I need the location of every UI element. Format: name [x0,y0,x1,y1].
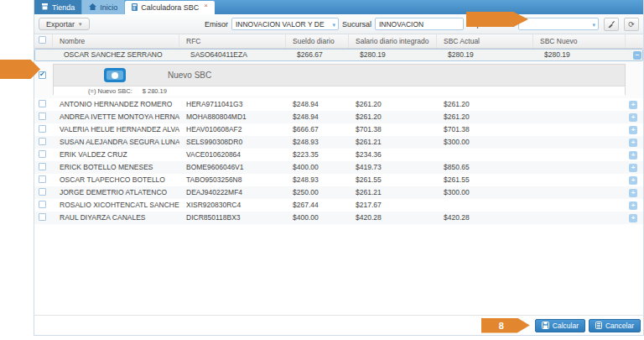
cell-rfc: DEAJ940222MF4 [179,186,286,199]
cell-name: OSCAR SANCHEZ SERRANO [57,49,184,61]
row-checkbox[interactable] [39,201,46,208]
expand-row-icon[interactable]: + [629,164,637,172]
cell-sbc_actual: $280.19 [441,49,538,61]
cell-sbc_nuevo [533,149,626,161]
table-row[interactable]: SUSAN ALEJANDRA SEGURA LUNASELS990308DR0… [34,136,643,149]
panel-title: Nuevo SBC [168,71,211,80]
export-label: Exportar [46,20,75,29]
row-checkbox[interactable] [39,163,46,170]
table-row[interactable]: OSCAR SANCHEZ SERRANOSASO640411EZA$266.6… [34,49,643,61]
chevron-down-icon: ▾ [332,22,335,29]
cell-name: JORGE DEMETRIO ATLATENCO [53,186,179,199]
expand-row-icon[interactable]: + [629,176,637,185]
expand-row-icon[interactable]: + [629,113,637,122]
expand-row-icon[interactable]: + [629,151,637,160]
departamento-select[interactable]: ▾ [518,18,599,30]
column-header-sbc-nuevo[interactable]: SBC Nuevo [533,34,626,48]
cell-sbc_nuevo [533,186,626,199]
cell-rfc: SASO640411EZA [184,49,290,61]
cell-sueldo: $248.94 [286,111,349,123]
chevron-down-icon: ▾ [592,22,595,29]
expand-row-icon[interactable]: + [629,139,637,147]
cell-sueldo: $248.94 [286,98,349,111]
home-icon [89,3,96,12]
cell-sueldo: $248.93 [286,174,349,186]
row-checkbox[interactable] [39,213,46,221]
table-row[interactable]: VALERIA HELUE HERNANDEZ ALVA...HEAV01060… [34,123,643,136]
row-checkbox[interactable] [39,188,46,196]
table-row[interactable]: ERICK BOTELLO MENESESBOME9606046V1$400.0… [34,161,643,174]
cell-sbc_actual: $850.65 [437,161,533,174]
cell-sbc_nuevo [533,136,626,149]
select-all-checkbox[interactable] [39,36,46,44]
cell-rfc: MOHA880804MD1 [179,111,286,123]
collapse-row-icon[interactable]: − [633,51,641,60]
table-row[interactable]: ANTONIO HERNANDEZ ROMEROHERA9711041G3$24… [34,98,643,111]
emisor-select[interactable]: INNOVACION VALOR Y DE ▾ [231,18,339,30]
table-row[interactable]: JORGE DEMETRIO ATLATENCODEAJ940222MF4$25… [34,186,643,199]
clear-filters-button[interactable] [604,18,619,31]
expand-row-icon[interactable]: + [629,201,637,210]
export-button[interactable]: Exportar ▾ [39,18,90,30]
column-header-nombre[interactable]: Nombre [53,34,179,48]
refresh-button[interactable]: ⟳ [624,18,639,31]
chevron-down-icon: ▾ [79,21,82,28]
cell-rfc: BOME9606046V1 [179,161,286,174]
calcular-button[interactable]: Calcular [535,319,585,332]
cell-sueldo: $266.67 [290,49,353,61]
cell-rfc: SELS990308DR0 [179,136,286,149]
cell-sbc_actual [437,149,533,161]
tab-label: Inicio [100,3,117,12]
expand-row-icon[interactable]: + [629,126,637,134]
footer-bar: 8 Calcular Cancelar [34,315,643,335]
cell-rfc: HEAV010608AF2 [179,123,286,136]
cancel-document-icon [595,322,602,329]
tab-calculadora-sbc[interactable]: Calculadora SBC × [125,1,215,14]
table-row[interactable]: ANDREA IVETTE MONTOYA HERNA...MOHA880804… [34,111,643,123]
table-row[interactable]: ROSALIO XICOHTENCATL SANCHEZXISR920830RC… [34,199,643,212]
cell-name: ANDREA IVETTE MONTOYA HERNA... [53,111,179,123]
cancelar-button[interactable]: Cancelar [589,319,641,332]
cell-sbc_actual: $300.00 [437,186,533,199]
cell-salario: $261.21 [349,186,437,199]
row-checkbox[interactable] [39,175,46,183]
sucursal-select[interactable]: INNOVACION [375,18,464,30]
expand-row-icon[interactable]: + [629,101,637,109]
column-header-rfc[interactable]: RFC [179,34,286,48]
close-tab-icon[interactable]: × [204,2,208,9]
row-checkbox[interactable] [39,125,46,133]
cell-sbc_actual: $261.20 [437,98,533,111]
cell-salario: $419.73 [349,161,437,174]
cell-sueldo: $250.00 [286,186,349,199]
toolbar: Exportar ▾ Emisor INNOVACION VALOR Y DE … [34,14,643,34]
table-row[interactable]: RAUL DIYARZA CANALESDICR850118BX3$400.00… [34,212,643,224]
cell-sbc_actual: $420.28 [437,212,533,224]
cell-sbc_nuevo [533,174,626,186]
tab-tienda[interactable]: Tienda [34,0,82,14]
cell-sueldo: $248.93 [286,136,349,149]
cell-salario: $234.36 [349,149,437,161]
table-row[interactable]: ERIK VALDEZ CRUZVACE010620864$223.35$234… [34,149,643,161]
app-window: Tienda Inicio Calculadora SBC × Exportar… [34,0,644,336]
row-checkbox[interactable] [39,100,46,107]
tab-inicio[interactable]: Inicio [82,0,125,14]
row-checkbox[interactable] [39,112,46,120]
cell-name: VALERIA HELUE HERNANDEZ ALVA... [53,123,179,136]
money-icon [104,68,126,82]
column-header-sbc-actual[interactable]: SBC Actual [437,34,533,48]
cell-rfc: TABO9503256N8 [179,174,286,186]
table-row[interactable]: OSCAR TLAPECHCO BOTELLOTABO9503256N8$248… [34,174,643,186]
cell-sbc_actual: $261.55 [437,174,533,186]
expand-row-icon[interactable]: + [629,189,637,197]
table-header: Nombre RFC Sueldo diario Salario diario … [34,34,643,49]
column-header-sueldo-diario[interactable]: Sueldo diario [286,34,349,48]
column-header-salario-diario-integrado[interactable]: Salario diario integrado [349,34,437,48]
cell-sbc_actual: $261.20 [437,111,533,123]
expand-row-icon[interactable]: + [629,214,637,222]
cell-sbc_nuevo [533,199,626,212]
row-checkbox[interactable] [39,138,46,145]
row-checkbox-checked[interactable] [39,71,46,79]
cell-salario: $217.67 [349,199,437,212]
row-checkbox[interactable] [39,150,46,158]
cell-name: ROSALIO XICOHTENCATL SANCHEZ [53,199,179,212]
